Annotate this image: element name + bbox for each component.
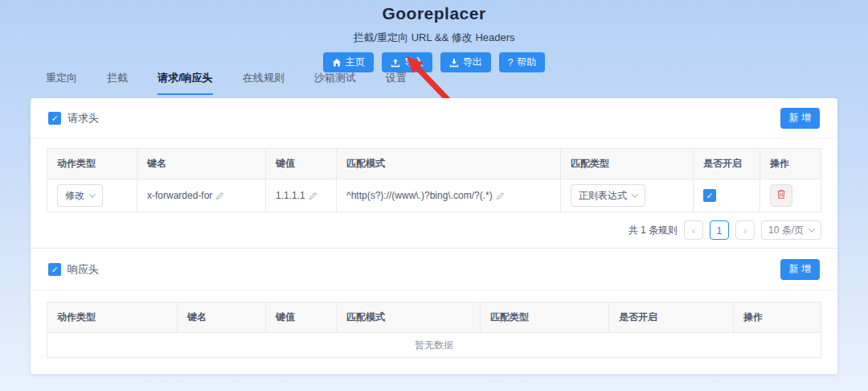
home-button[interactable]: 主页 <box>323 52 374 72</box>
delete-button[interactable] <box>770 184 792 207</box>
rule-enabled-checkbox[interactable]: ✓ <box>703 189 716 202</box>
chevron-left-icon: ‹ <box>692 224 695 237</box>
home-button-label: 主页 <box>346 56 365 69</box>
home-icon <box>332 58 342 68</box>
request-headers-add-button[interactable]: 新 增 <box>780 108 820 129</box>
page-title: Gooreplacer <box>0 4 868 23</box>
page-subtitle: 拦截/重定向 URL && 修改 Headers <box>0 31 868 45</box>
column-header-key-name: 键名 <box>178 303 266 333</box>
tab-online-rules[interactable]: 在线规则 <box>243 71 285 95</box>
response-headers-table: 动作类型 键名 键值 匹配模式 匹配类型 是否开启 操作 暂无数据 <box>47 302 821 358</box>
help-button-label: 帮助 <box>517 56 536 69</box>
column-header-enabled: 是否开启 <box>694 149 760 179</box>
match-pattern-value: ^http(s?)://(www\.)?bing\.com/?(.*) <box>346 190 493 201</box>
export-button[interactable]: 导出 <box>440 52 491 72</box>
column-header-key-value: 键值 <box>266 303 337 333</box>
import-button-label: 导入 <box>404 56 424 69</box>
request-headers-section-header: ✓ 请求头 新 增 <box>31 98 837 138</box>
pagination-total: 共 1 条规则 <box>628 224 678 237</box>
column-header-action-type: 动作类型 <box>47 149 137 179</box>
download-icon <box>449 58 459 68</box>
upload-icon <box>391 58 400 68</box>
table-row: 修改 x-forwarded-for 1.1.1.1 ^http(s?)://(… <box>47 179 821 212</box>
column-header-enabled: 是否开启 <box>609 303 734 333</box>
response-headers-title: 响应头 <box>68 262 99 277</box>
request-headers-table: 动作类型 键名 键值 匹配模式 匹配类型 是否开启 操作 修改 x-forwar… <box>47 148 821 212</box>
import-button[interactable]: 导入 <box>382 52 432 72</box>
empty-table-message: 暂无数据 <box>47 333 821 357</box>
chevron-down-icon <box>89 191 96 197</box>
tab-block[interactable]: 拦截 <box>107 71 128 95</box>
content-panel: ✓ 请求头 新 增 动作类型 键名 键值 匹配模式 匹配类型 是否开启 操作 修… <box>31 98 837 374</box>
pagination: 共 1 条规则 ‹ 1 › 10 条/页 <box>47 220 821 240</box>
page-size-select[interactable]: 10 条/页 <box>761 220 821 240</box>
page-header: Gooreplacer 拦截/重定向 URL && 修改 Headers 主页 … <box>0 0 868 72</box>
key-value-value: 1.1.1.1 <box>276 190 305 201</box>
tab-settings[interactable]: 设置 <box>386 71 407 95</box>
tab-sandbox-test[interactable]: 沙箱测试 <box>314 71 356 95</box>
cell-key-value: 1.1.1.1 <box>266 179 337 212</box>
column-header-key-value: 键值 <box>266 149 337 179</box>
column-header-match-type: 匹配类型 <box>561 149 694 179</box>
help-button[interactable]: ? 帮助 <box>499 52 546 72</box>
response-headers-table-header-row: 动作类型 键名 键值 匹配模式 匹配类型 是否开启 操作 <box>47 303 821 333</box>
column-header-key-name: 键名 <box>137 149 266 179</box>
cell-match-type: 正则表达式 <box>561 179 694 212</box>
tab-bar: 重定向 拦截 请求/响应头 在线规则 沙箱测试 设置 <box>46 71 407 95</box>
trash-icon <box>776 189 786 202</box>
response-headers-checkbox[interactable]: ✓ <box>48 263 61 276</box>
chevron-down-icon <box>809 225 815 232</box>
cell-key-name: x-forwarded-for <box>137 179 266 212</box>
edit-icon[interactable] <box>215 191 224 200</box>
response-headers-add-button[interactable]: 新 增 <box>780 259 820 280</box>
pagination-prev-button[interactable]: ‹ <box>684 220 703 240</box>
pagination-page-1[interactable]: 1 <box>710 220 729 240</box>
cell-match-pattern: ^http(s?)://(www\.)?bing\.com/?(.*) <box>337 179 561 212</box>
cell-enabled: ✓ <box>694 179 760 212</box>
edit-icon[interactable] <box>496 191 505 200</box>
chevron-right-icon: › <box>743 224 747 237</box>
export-button-label: 导出 <box>463 56 482 69</box>
match-type-select[interactable]: 正则表达式 <box>571 184 645 207</box>
question-icon: ? <box>508 57 514 68</box>
key-name-value: x-forwarded-for <box>147 190 212 201</box>
column-header-match-pattern: 匹配模式 <box>337 303 481 333</box>
cell-action-type: 修改 <box>47 179 137 212</box>
response-headers-section-header: ✓ 响应头 新 增 <box>31 249 837 290</box>
column-header-action-type: 动作类型 <box>47 303 178 333</box>
tab-redirect[interactable]: 重定向 <box>46 71 77 95</box>
request-headers-table-header-row: 动作类型 键名 键值 匹配模式 匹配类型 是否开启 操作 <box>47 149 821 179</box>
pagination-next-button[interactable]: › <box>735 220 755 240</box>
request-headers-title: 请求头 <box>68 111 99 126</box>
match-type-select-value: 正则表达式 <box>579 189 627 203</box>
check-icon: ✓ <box>51 113 58 123</box>
action-type-select[interactable]: 修改 <box>57 184 103 207</box>
action-type-select-value: 修改 <box>65 189 84 203</box>
column-header-match-pattern: 匹配模式 <box>337 149 561 179</box>
check-icon: ✓ <box>706 191 713 200</box>
tab-request-response-headers[interactable]: 请求/响应头 <box>158 71 213 95</box>
edit-icon[interactable] <box>309 191 317 200</box>
request-headers-checkbox[interactable]: ✓ <box>48 112 61 125</box>
check-icon: ✓ <box>51 265 58 274</box>
cell-actions <box>760 179 821 212</box>
chevron-down-icon <box>632 191 638 197</box>
column-header-actions: 操作 <box>734 303 821 333</box>
header-button-row: 主页 导入 导出 ? 帮助 <box>0 52 868 72</box>
column-header-match-type: 匹配类型 <box>481 303 609 333</box>
page-size-select-value: 10 条/页 <box>768 224 804 237</box>
column-header-actions: 操作 <box>760 149 821 179</box>
